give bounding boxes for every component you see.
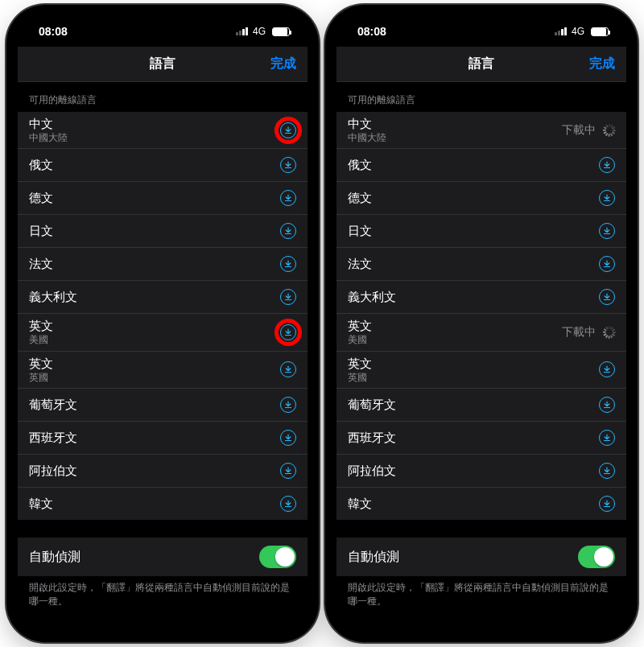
auto-detect-toggle[interactable]	[578, 546, 615, 568]
language-row[interactable]: 俄文	[336, 148, 626, 181]
language-labels: 西班牙文	[29, 431, 77, 445]
status-right: 4G	[236, 26, 290, 37]
language-row[interactable]: 葡萄牙文	[336, 388, 626, 421]
done-button[interactable]: 完成	[270, 56, 296, 72]
download-icon[interactable]	[599, 223, 615, 239]
row-tail	[280, 256, 296, 272]
language-row[interactable]: 德文	[336, 181, 626, 214]
auto-detect-label: 自動偵測	[29, 549, 80, 566]
download-icon[interactable]	[599, 430, 615, 446]
download-icon[interactable]	[280, 430, 296, 446]
download-icon[interactable]	[280, 122, 296, 138]
auto-detect-row[interactable]: 自動偵測	[18, 538, 308, 576]
language-row[interactable]: 阿拉伯文	[336, 454, 626, 487]
language-row[interactable]: 阿拉伯文	[18, 454, 308, 487]
language-labels: 中文中國大陸	[29, 117, 68, 143]
language-name: 德文	[348, 191, 372, 205]
language-labels: 義大利文	[29, 290, 77, 304]
language-region: 英國	[348, 372, 372, 383]
screen-right: 08:08 4G 語言 完成 可用的離線語言 中文中國大陸下載中俄文德文日文法文…	[336, 16, 626, 631]
language-labels: 義大利文	[348, 290, 396, 304]
language-row[interactable]: 西班牙文	[336, 421, 626, 454]
download-icon[interactable]	[599, 463, 615, 479]
download-icon[interactable]	[280, 496, 296, 512]
download-icon[interactable]	[280, 397, 296, 413]
row-tail	[280, 122, 296, 138]
language-row[interactable]: 韓文	[336, 487, 626, 520]
spinner-icon	[602, 124, 615, 137]
language-row[interactable]: 英文英國	[336, 351, 626, 388]
language-labels: 俄文	[29, 158, 53, 172]
language-name: 中文	[29, 117, 68, 131]
download-icon[interactable]	[280, 289, 296, 305]
download-icon[interactable]	[599, 190, 615, 206]
download-icon[interactable]	[599, 361, 615, 377]
language-name: 法文	[29, 257, 53, 271]
language-row[interactable]: 英文美國下載中	[336, 313, 626, 350]
language-row[interactable]: 英文英國	[18, 351, 308, 388]
language-labels: 法文	[29, 257, 53, 271]
language-name: 英文	[29, 356, 53, 371]
language-row[interactable]: 法文	[336, 247, 626, 280]
download-icon[interactable]	[280, 256, 296, 272]
content-scroll[interactable]: 可用的離線語言 中文中國大陸下載中俄文德文日文法文義大利文英文美國下載中英文英國…	[336, 82, 626, 631]
language-row[interactable]: 德文	[18, 181, 308, 214]
status-time: 08:08	[357, 25, 386, 38]
language-row[interactable]: 中文中國大陸	[18, 112, 308, 148]
section-header: 可用的離線語言	[336, 82, 626, 112]
download-icon[interactable]	[599, 289, 615, 305]
language-region: 中國大陸	[29, 132, 68, 143]
download-icon[interactable]	[599, 157, 615, 173]
language-name: 西班牙文	[29, 431, 77, 445]
language-row[interactable]: 中文中國大陸下載中	[336, 112, 626, 148]
language-row[interactable]: 日文	[18, 214, 308, 247]
download-icon[interactable]	[280, 190, 296, 206]
footer-description: 開啟此設定時，「翻譯」將從兩種語言中自動偵測目前說的是哪一種。	[18, 576, 308, 609]
nav-title: 語言	[150, 56, 175, 72]
language-name: 英文	[348, 356, 372, 371]
language-row[interactable]: 日文	[336, 214, 626, 247]
content-scroll[interactable]: 可用的離線語言 中文中國大陸俄文德文日文法文義大利文英文美國英文英國葡萄牙文西班…	[18, 82, 308, 631]
language-name: 義大利文	[348, 290, 396, 304]
language-row[interactable]: 葡萄牙文	[18, 388, 308, 421]
language-region: 美國	[29, 334, 53, 345]
download-icon[interactable]	[280, 223, 296, 239]
language-region: 中國大陸	[348, 132, 386, 143]
language-row[interactable]: 韓文	[18, 487, 308, 520]
row-tail	[280, 463, 296, 479]
language-row[interactable]: 俄文	[18, 148, 308, 181]
language-row[interactable]: 法文	[18, 247, 308, 280]
done-button[interactable]: 完成	[589, 56, 615, 72]
language-name: 俄文	[29, 158, 53, 172]
download-icon[interactable]	[280, 157, 296, 173]
downloading-label: 下載中	[562, 325, 596, 340]
language-row[interactable]: 西班牙文	[18, 421, 308, 454]
auto-detect-row[interactable]: 自動偵測	[336, 538, 626, 576]
language-labels: 葡萄牙文	[29, 398, 77, 412]
battery-icon	[591, 27, 609, 36]
row-tail	[280, 157, 296, 173]
download-icon[interactable]	[280, 463, 296, 479]
download-icon[interactable]	[599, 397, 615, 413]
language-name: 阿拉伯文	[29, 464, 77, 478]
downloading-label: 下載中	[562, 123, 596, 138]
language-name: 西班牙文	[348, 431, 396, 445]
row-tail	[599, 463, 615, 479]
auto-detect-toggle[interactable]	[259, 546, 296, 568]
download-icon[interactable]	[280, 361, 296, 377]
language-row[interactable]: 義大利文	[336, 280, 626, 313]
language-labels: 俄文	[348, 158, 372, 172]
language-region: 美國	[348, 334, 372, 345]
download-icon[interactable]	[599, 256, 615, 272]
language-labels: 英文英國	[29, 356, 53, 383]
footer-description: 開啟此設定時，「翻譯」將從兩種語言中自動偵測目前說的是哪一種。	[336, 576, 626, 609]
language-row[interactable]: 英文美國	[18, 313, 308, 350]
language-labels: 阿拉伯文	[348, 464, 396, 478]
download-icon[interactable]	[280, 324, 296, 340]
row-tail	[599, 256, 615, 272]
row-tail	[599, 157, 615, 173]
language-row[interactable]: 義大利文	[18, 280, 308, 313]
row-tail	[599, 223, 615, 239]
signal-icon	[236, 27, 248, 35]
download-icon[interactable]	[599, 496, 615, 512]
